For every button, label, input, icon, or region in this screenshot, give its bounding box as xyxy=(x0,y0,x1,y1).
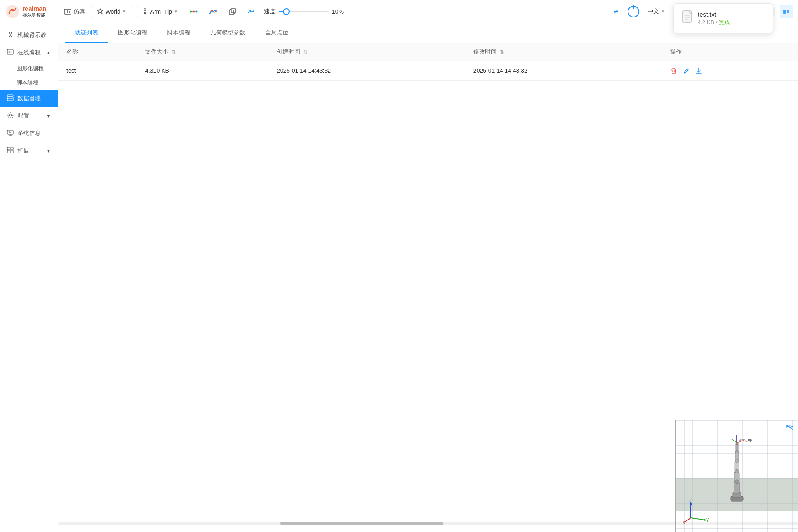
svg-rect-45 xyxy=(11,150,13,153)
sidebar-item-data-management[interactable]: 数据管理 xyxy=(0,90,58,107)
svg-rect-33 xyxy=(7,95,13,96)
svg-line-74 xyxy=(691,518,705,520)
tab-global-points[interactable]: 全局点位 xyxy=(255,23,298,43)
sidebar-subitem-graphic-programming[interactable]: 图形化编程 xyxy=(0,62,58,76)
notification-separator: • xyxy=(716,19,718,25)
svg-point-30 xyxy=(10,32,12,34)
script-programming-sub-label: 脚本编程 xyxy=(17,79,38,86)
svg-point-61 xyxy=(735,470,739,473)
notification-filename: test.txt xyxy=(698,11,730,18)
svg-point-6 xyxy=(144,8,146,10)
add-button[interactable] xyxy=(609,5,623,18)
cube-icon xyxy=(227,7,236,16)
toolbar-icon2[interactable] xyxy=(205,5,221,18)
table-header-row: 名称 文件大小 ⇅ 创建时间 ⇅ 修改时间 ⇅ xyxy=(58,43,798,61)
world-dropdown[interactable]: World ▼ xyxy=(92,6,133,17)
svg-point-60 xyxy=(735,480,739,484)
logo-name: realman xyxy=(22,5,47,12)
file-icon xyxy=(682,10,694,26)
sidebar-toggle-icon xyxy=(783,8,790,15)
svg-rect-31 xyxy=(7,49,13,54)
speed-value: 10% xyxy=(332,8,344,15)
col-create-time[interactable]: 创建时间 ⇅ xyxy=(268,43,465,61)
edit-icon xyxy=(682,67,690,74)
logo-icon xyxy=(5,4,20,19)
viewport-axes: Z X Y xyxy=(682,499,712,525)
speed-control: 速度 10% xyxy=(264,8,344,15)
path-icon xyxy=(208,7,217,16)
notification-fileinfo: 4.2 KB • 完成 xyxy=(698,19,730,26)
world-chevron-icon: ▼ xyxy=(122,9,126,14)
arm-icon xyxy=(141,8,149,15)
simulation-button[interactable]: 仿真 xyxy=(60,6,89,17)
tab-graphic-programming[interactable]: 图形化编程 xyxy=(108,23,157,43)
config-icon xyxy=(7,111,14,121)
svg-rect-44 xyxy=(7,150,10,153)
toolbar-icon3[interactable] xyxy=(224,5,240,18)
toolbar-icon4[interactable] xyxy=(243,5,259,18)
delete-button[interactable] xyxy=(670,67,677,74)
data-management-label: 数据管理 xyxy=(17,95,41,102)
arm-label: Arm_Tip xyxy=(150,8,172,15)
modify-time-sort-icon: ⇅ xyxy=(500,49,504,55)
cell-create-time: 2025-01-14 14:43:32 xyxy=(268,61,465,81)
svg-point-36 xyxy=(10,114,12,116)
robot-arm-visualization: Arm_Tip xyxy=(716,432,758,507)
plus-icon xyxy=(612,7,620,16)
sidebar-item-online-programming[interactable]: 在线编程 ▲ xyxy=(0,44,58,62)
eye-closed-icon xyxy=(785,424,794,431)
edit-button[interactable] xyxy=(682,67,690,74)
svg-rect-34 xyxy=(7,97,13,99)
online-programming-label: 在线编程 xyxy=(17,49,41,57)
sidebar-item-expand[interactable]: 扩展 ▼ xyxy=(0,142,58,160)
svg-line-72 xyxy=(685,518,691,522)
download-button[interactable] xyxy=(695,67,702,74)
svg-rect-37 xyxy=(7,130,13,134)
notification-popup: test.txt 4.2 KB • 完成 xyxy=(673,3,773,33)
sidebar-collapse-button[interactable] xyxy=(780,5,793,18)
cell-modify-time: 2025-01-14 14:43:32 xyxy=(465,61,662,81)
file-size-sort-icon: ⇅ xyxy=(172,49,176,55)
tab-script-programming[interactable]: 脚本编程 xyxy=(157,23,200,43)
expand-chevron-icon: ▼ xyxy=(46,148,51,154)
svg-point-9 xyxy=(195,10,197,12)
col-name[interactable]: 名称 xyxy=(58,43,137,61)
sidebar-item-mechanical-demo[interactable]: 机械臂示教 xyxy=(0,27,58,44)
col-action: 操作 xyxy=(662,43,798,61)
svg-point-1 xyxy=(11,9,14,11)
expand-label: 扩展 xyxy=(17,147,29,155)
speed-slider[interactable] xyxy=(279,11,329,12)
lang-label: 中文 xyxy=(648,8,659,15)
col-modify-time[interactable]: 修改时间 ⇅ xyxy=(465,43,662,61)
scrollbar-thumb[interactable] xyxy=(280,522,443,525)
col-file-size[interactable]: 文件大小 ⇅ xyxy=(137,43,268,61)
language-selector[interactable]: 中文 ▼ xyxy=(644,6,668,17)
online-programming-chevron-icon: ▲ xyxy=(46,50,51,56)
viewport-visibility-toggle[interactable] xyxy=(785,424,794,433)
svg-rect-43 xyxy=(11,147,13,150)
config-label: 配置 xyxy=(17,112,29,120)
sidebar-item-config[interactable]: 配置 ▼ xyxy=(0,107,58,125)
power-button[interactable] xyxy=(628,6,639,17)
graphic-programming-sub-label: 图形化编程 xyxy=(17,65,44,72)
tab-geometry-params[interactable]: 几何模型参数 xyxy=(200,23,255,43)
cell-name: test xyxy=(58,61,137,81)
speed-label: 速度 xyxy=(264,8,276,15)
toolbar-icon1[interactable] xyxy=(186,5,202,18)
action-buttons xyxy=(670,67,790,74)
tab-trajectory-list[interactable]: 轨迹列表 xyxy=(65,23,108,43)
svg-rect-12 xyxy=(229,10,234,14)
table-row: test 4.310 KB 2025-01-14 14:43:32 2025-0… xyxy=(58,61,798,81)
svg-point-8 xyxy=(192,10,195,12)
create-time-sort-icon: ⇅ xyxy=(303,49,308,55)
world-label: World xyxy=(106,8,121,15)
connection-icon xyxy=(189,7,198,16)
sidebar-subitem-script-programming[interactable]: 脚本编程 xyxy=(0,76,58,90)
sidebar-item-system-info[interactable]: 系统信息 xyxy=(0,125,58,142)
simulation-label: 仿真 xyxy=(74,8,85,15)
divider-1 xyxy=(55,5,55,18)
axes-svg: Z X Y xyxy=(682,499,712,524)
mechanical-demo-icon xyxy=(7,31,14,40)
delete-icon xyxy=(670,67,677,74)
arm-dropdown[interactable]: Arm_Tip ▼ xyxy=(137,6,182,17)
